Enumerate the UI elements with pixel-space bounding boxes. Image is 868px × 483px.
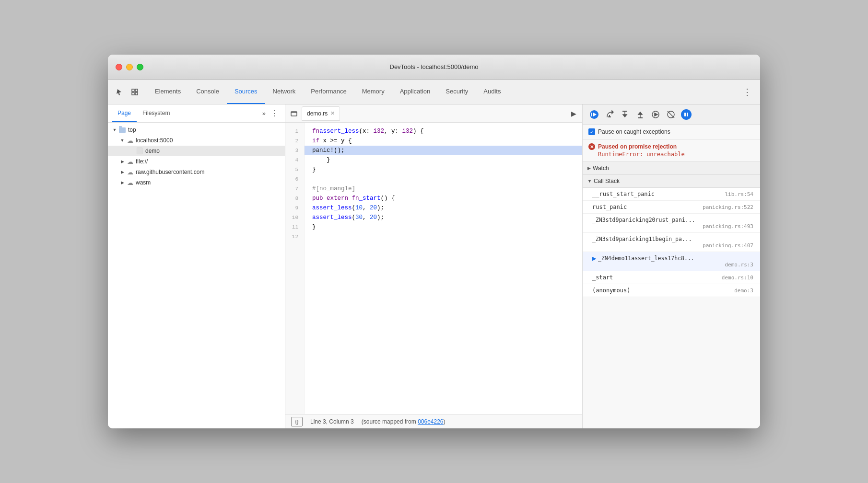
tree-arrow-wasm[interactable] — [119, 180, 125, 185]
callstack-item-6[interactable]: (anonymous) demo:3 — [583, 284, 760, 297]
tab-network[interactable]: Network — [265, 80, 304, 104]
svg-rect-3 — [135, 92, 138, 95]
sidebar-menu-icon[interactable]: ⋮ — [268, 108, 281, 119]
cloud-icon-wasm: ☁ — [126, 179, 134, 186]
promise-title-row: ✕ Paused on promise rejection — [588, 143, 754, 150]
tree-arrow-file[interactable] — [119, 159, 125, 164]
tab-console[interactable]: Console — [188, 80, 227, 104]
deactivate-breakpoints-icon[interactable] — [664, 108, 678, 121]
callstack-item-5[interactable]: _start demo.rs:10 — [583, 271, 760, 284]
tree-arrow-top[interactable] — [112, 127, 117, 133]
callstack-fn-3: _ZN3std9panicking11begin_pa... — [592, 236, 707, 242]
more-options-icon[interactable]: ⋮ — [739, 87, 755, 97]
svg-rect-23 — [687, 113, 688, 116]
line-num-1: 1 — [289, 126, 298, 136]
tree-item-file[interactable]: ☁ file:// — [108, 156, 285, 167]
maximize-button[interactable] — [137, 64, 143, 70]
tree-item-raw[interactable]: ☁ raw.githubusercontent.com — [108, 167, 285, 177]
callstack-item-2[interactable]: _ZN3std9panicking20rust_pani... panickin… — [583, 214, 760, 233]
tree-item-top[interactable]: top — [108, 125, 285, 135]
pause-caught-label: Pause on caught exceptions — [598, 128, 670, 135]
tree-label-demo: demo — [145, 148, 160, 154]
tree-item-localhost[interactable]: ☁ localhost:5000 — [108, 135, 285, 146]
watch-section-header[interactable]: ▶ Watch — [583, 162, 760, 175]
file-icon-demo — [136, 147, 143, 155]
resume-button[interactable] — [587, 108, 601, 121]
debugger-toolbar — [583, 104, 760, 125]
step-over-button[interactable] — [603, 108, 616, 121]
step-into-button[interactable] — [618, 108, 632, 121]
tab-performance[interactable]: Performance — [303, 80, 354, 104]
tree-item-wasm[interactable]: ☁ wasm — [108, 177, 285, 188]
tab-sources[interactable]: Sources — [227, 80, 265, 104]
svg-rect-2 — [132, 92, 134, 95]
editor-back-icon[interactable] — [287, 107, 301, 120]
pause-on-exception-icon[interactable] — [680, 108, 693, 121]
callstack-loc-6: demo:3 — [734, 288, 753, 294]
code-line-9: assert_less(10, 20); — [312, 203, 582, 213]
pause-caught-row: ✓ Pause on caught exceptions — [588, 128, 754, 135]
cloud-icon-file: ☁ — [126, 158, 134, 165]
close-button[interactable] — [116, 64, 122, 70]
tab-elements[interactable]: Elements — [147, 80, 188, 104]
code-line-11: } — [312, 222, 582, 232]
code-line-12 — [312, 232, 582, 242]
minimize-button[interactable] — [126, 64, 133, 70]
callstack-fn-6: (anonymous) — [592, 287, 630, 294]
callstack-arrow-icon: ▼ — [587, 179, 592, 184]
code-line-7: #[no_mangle] — [312, 184, 582, 194]
main-area: Page Filesystem » ⋮ top ☁ localhost:5000 — [108, 104, 760, 428]
nav-tabs: Elements Console Sources Network Perform… — [147, 80, 508, 104]
debugger-panel: ✓ Pause on caught exceptions ✕ Paused on… — [583, 104, 760, 428]
line-num-6: 6 — [289, 174, 298, 184]
status-source-mapped: (source mapped from 006e4226) — [362, 418, 446, 425]
tab-application[interactable]: Application — [392, 80, 438, 104]
code-line-1: fn assert_less(x: i32, y: i32) { — [312, 126, 582, 136]
tree-label-file: file:// — [136, 158, 148, 165]
sidebar-tab-more-icon[interactable]: » — [260, 109, 268, 118]
line-numbers: 1 2 3 4 5 6 7 8 9 10 11 12 — [285, 123, 305, 414]
line-num-11: 11 — [289, 222, 298, 232]
callstack-fn-0: __rust_start_panic — [592, 191, 655, 197]
sidebar-tab-bar: Page Filesystem » ⋮ — [108, 104, 285, 123]
pause-caught-checkbox[interactable]: ✓ — [588, 128, 595, 135]
svg-rect-22 — [684, 113, 686, 116]
editor-tab-demo-rs[interactable]: demo.rs ✕ — [302, 106, 340, 121]
watch-label: Watch — [593, 165, 609, 172]
callstack-item-0[interactable]: __rust_start_panic lib.rs:54 — [583, 188, 760, 201]
toolbar-icons — [113, 85, 141, 99]
step-out-button[interactable] — [633, 108, 647, 121]
callstack-loc-5: demo.rs:10 — [722, 275, 753, 281]
callstack-item-3[interactable]: _ZN3std9panicking11begin_pa... panicking… — [583, 233, 760, 252]
tree-arrow-localhost[interactable] — [119, 138, 125, 143]
callstack-item-1[interactable]: rust_panic panicking.rs:522 — [583, 201, 760, 214]
callstack-section-header[interactable]: ▼ Call Stack — [583, 175, 760, 188]
callstack-fn-4: _ZN4demo11assert_less17hc8... — [598, 255, 694, 262]
sidebar-tab-filesystem[interactable]: Filesystem — [137, 104, 176, 122]
tree-item-demo[interactable]: demo — [108, 146, 285, 156]
code-line-8: pub extern fn _start() { — [312, 194, 582, 203]
callstack-fn-2: _ZN3std9panicking20rust_pani... — [592, 217, 707, 223]
editor-tab-close-icon[interactable]: ✕ — [330, 110, 335, 116]
source-map-link[interactable]: 006e4226 — [418, 418, 443, 425]
run-snippet-icon[interactable]: ▶ — [567, 107, 580, 120]
line-num-7: 7 — [289, 184, 298, 194]
tab-security[interactable]: Security — [438, 80, 476, 104]
svg-rect-8 — [591, 113, 592, 116]
code-container[interactable]: 1 2 3 4 5 6 7 8 9 10 11 12 fn asse — [285, 123, 582, 414]
step-button[interactable] — [649, 108, 662, 121]
tree-label-raw: raw.githubusercontent.com — [136, 169, 204, 175]
callstack-list: __rust_start_panic lib.rs:54 rust_panic … — [583, 188, 760, 297]
sidebar-tab-page[interactable]: Page — [112, 104, 137, 122]
tab-audits[interactable]: Audits — [476, 80, 508, 104]
pretty-print-icon[interactable]: {} — [291, 417, 303, 426]
main-toolbar: Elements Console Sources Network Perform… — [108, 80, 760, 104]
line-num-12: 12 — [289, 232, 298, 242]
editor-tab-filename: demo.rs — [307, 110, 328, 117]
cursor-icon[interactable] — [113, 85, 126, 99]
tree-label-top: top — [128, 126, 136, 133]
callstack-item-4[interactable]: ▶ _ZN4demo11assert_less17hc8... demo.rs:… — [583, 252, 760, 271]
tab-memory[interactable]: Memory — [354, 80, 392, 104]
tree-arrow-raw[interactable] — [119, 169, 125, 175]
inspect-icon[interactable] — [128, 85, 141, 99]
